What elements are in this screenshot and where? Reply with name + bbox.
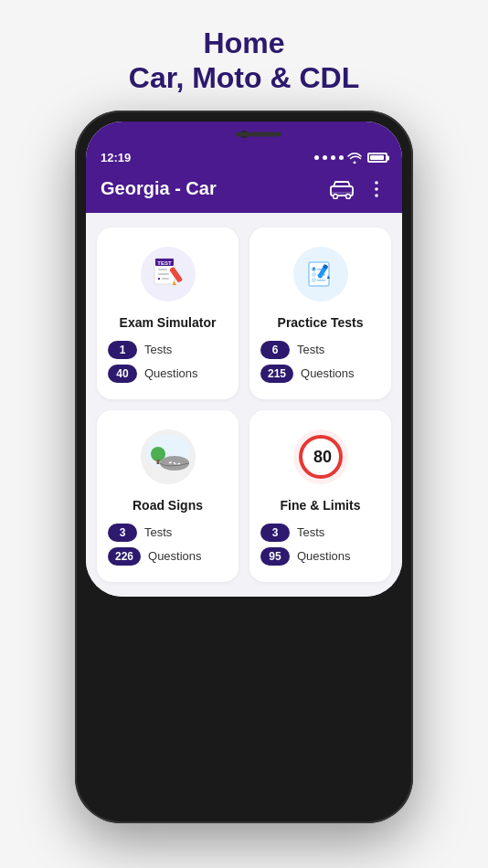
road-signs-title: Road Signs (108, 498, 228, 513)
phone-inner: 12:19 (86, 122, 402, 597)
fine-limits-icon: 80 (292, 429, 349, 485)
signal-dot2 (323, 155, 327, 160)
phone-frame: 12:19 (75, 111, 413, 823)
svg-rect-21 (313, 273, 315, 276)
svg-rect-23 (313, 279, 315, 281)
status-icons (314, 153, 387, 164)
practice-stat-questions: 215 Questions (260, 365, 380, 383)
road-questions-label: Questions (148, 549, 202, 563)
exam-questions-badge: 40 (108, 365, 137, 383)
app-header: Georgia - Car (86, 169, 402, 213)
exam-tests-label: Tests (144, 343, 172, 356)
speed-icon-area: 80 (260, 425, 380, 489)
app-content: TEST Exam Simulator 1 Tests 40 Questions (86, 213, 402, 597)
exam-stat-tests: 1 Tests (108, 341, 228, 359)
practice-tests-card[interactable]: Practice Tests 6 Tests 215 Questions (249, 228, 391, 399)
fine-limits-title: Fine & Limits (260, 498, 380, 513)
svg-point-1 (334, 194, 338, 198)
menu-dots-icon[interactable] (366, 178, 387, 200)
svg-point-5 (375, 187, 378, 191)
battery-icon (367, 153, 387, 163)
practice-questions-badge: 215 (260, 365, 293, 383)
fine-stat-tests: 3 Tests (260, 524, 380, 542)
exam-icon-area: TEST (108, 242, 228, 306)
page-title: Home Car, Moto & CDL (111, 0, 377, 111)
svg-rect-13 (162, 278, 169, 280)
car-icon[interactable] (329, 179, 355, 199)
signal-dot1 (314, 155, 319, 160)
svg-rect-24 (317, 280, 325, 281)
road-stat-tests: 3 Tests (108, 524, 228, 542)
svg-text:TEST: TEST (157, 260, 172, 266)
fine-tests-label: Tests (297, 525, 324, 539)
practice-tests-label: Tests (297, 343, 324, 356)
practice-questions-label: Questions (301, 366, 355, 380)
fine-stat-questions: 95 Questions (260, 547, 380, 566)
road-tests-label: Tests (144, 525, 172, 539)
exam-simulator-icon: TEST (140, 246, 196, 302)
road-tests-badge: 3 (108, 524, 137, 542)
exam-questions-label: Questions (144, 366, 198, 380)
svg-point-4 (375, 181, 378, 185)
practice-tests-title: Practice Tests (260, 315, 380, 330)
page-wrapper: Home Car, Moto & CDL 12:19 (0, 0, 488, 868)
exam-simulator-title: Exam Simulator (108, 315, 228, 330)
svg-point-6 (375, 194, 378, 197)
signal-dot3 (331, 155, 335, 160)
practice-stat-tests: 6 Tests (260, 341, 380, 359)
svg-rect-3 (331, 192, 353, 194)
practice-icon-area (260, 242, 380, 306)
road-signs-icon (140, 429, 196, 485)
exam-stat-questions: 40 Questions (108, 365, 228, 383)
road-questions-badge: 226 (108, 547, 141, 566)
road-icon-area (108, 425, 228, 489)
road-signs-card[interactable]: Road Signs 3 Tests 226 Questions (97, 410, 239, 582)
phone-notch (86, 122, 402, 147)
wifi-icon (347, 153, 362, 164)
app-header-title: Georgia - Car (101, 178, 217, 199)
fine-limits-card[interactable]: 80 Fine & Limits 3 Tests 95 Questions (249, 410, 391, 582)
fine-questions-label: Questions (297, 549, 351, 563)
svg-rect-30 (156, 460, 159, 464)
practice-tests-badge: 6 (260, 341, 290, 359)
exam-tests-badge: 1 (108, 341, 137, 359)
svg-text:80: 80 (313, 448, 332, 466)
practice-tests-icon (292, 246, 349, 302)
fine-questions-badge: 95 (260, 547, 290, 566)
speaker (236, 132, 281, 136)
svg-rect-10 (158, 269, 167, 270)
svg-rect-12 (158, 278, 160, 280)
svg-point-2 (346, 194, 351, 198)
road-stat-questions: 226 Questions (108, 547, 228, 566)
svg-rect-11 (158, 273, 169, 275)
app-header-icons (329, 178, 387, 200)
signal-dot4 (339, 155, 344, 160)
exam-simulator-card[interactable]: TEST Exam Simulator 1 Tests 40 Questions (97, 228, 239, 399)
fine-tests-badge: 3 (260, 524, 290, 542)
status-time: 12:19 (101, 151, 131, 164)
status-bar: 12:19 (86, 147, 402, 169)
